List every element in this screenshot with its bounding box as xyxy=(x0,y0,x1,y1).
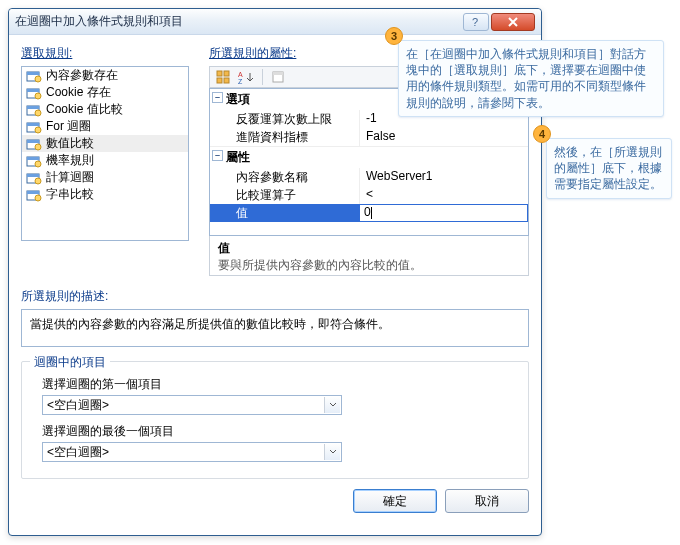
svg-rect-11 xyxy=(27,123,39,126)
svg-rect-32 xyxy=(273,72,283,75)
pg-section-attributes[interactable]: – 屬性 xyxy=(210,146,528,168)
svg-rect-2 xyxy=(27,72,39,75)
rule-icon xyxy=(26,120,42,134)
pg-name: 進階資料指標 xyxy=(210,128,360,146)
ok-button[interactable]: 確定 xyxy=(353,489,437,513)
pg-name: 反覆運算次數上限 xyxy=(210,110,360,128)
close-icon xyxy=(507,17,519,27)
rule-item-label: 字串比較 xyxy=(46,186,94,203)
rule-item-count-loop[interactable]: 計算迴圈 xyxy=(22,169,188,186)
rule-icon xyxy=(26,103,42,117)
first-item-combo[interactable]: <空白迴圈> xyxy=(42,395,342,415)
svg-rect-20 xyxy=(27,174,39,177)
svg-rect-5 xyxy=(27,89,39,92)
dropdown-arrow[interactable] xyxy=(324,444,340,460)
titlebar[interactable]: 在迴圈中加入條件式規則和項目 ? xyxy=(9,9,541,35)
rule-item-string-compare[interactable]: 字串比較 xyxy=(22,186,188,203)
rule-item-label: Cookie 存在 xyxy=(46,84,111,101)
pg-section-label: 屬性 xyxy=(226,150,250,164)
rule-item-cookie-compare[interactable]: Cookie 值比較 xyxy=(22,101,188,118)
prop-desc-title: 值 xyxy=(218,240,520,257)
combo-value: <空白迴圈> xyxy=(47,444,109,461)
svg-text:A: A xyxy=(238,71,243,78)
rule-item-label: For 迴圈 xyxy=(46,118,91,135)
rule-item-label: 計算迴圈 xyxy=(46,169,94,186)
rule-item-content-param-exists[interactable]: 內容參數存在 xyxy=(22,67,188,84)
svg-point-15 xyxy=(35,144,41,150)
first-item-label: 選擇迴圈的第一個項目 xyxy=(42,376,508,393)
categorized-button[interactable] xyxy=(212,68,234,86)
close-button[interactable] xyxy=(491,13,535,31)
callout-text: 然後，在［所選規則的屬性］底下，根據需要指定屬性設定。 xyxy=(554,145,662,191)
collapse-icon[interactable]: – xyxy=(212,150,223,161)
button-label: 確定 xyxy=(383,493,407,510)
rule-item-label: 內容參數存在 xyxy=(46,67,118,84)
pg-value[interactable]: < xyxy=(360,186,528,204)
pg-value-editor[interactable]: 0 xyxy=(360,205,527,221)
caret-icon xyxy=(371,207,372,219)
pg-value[interactable]: False xyxy=(360,128,528,146)
pg-value-text: 0 xyxy=(364,205,371,219)
property-pages-icon xyxy=(271,70,285,84)
svg-rect-25 xyxy=(217,71,222,76)
dropdown-arrow[interactable] xyxy=(324,397,340,413)
combo-value: <空白迴圈> xyxy=(47,397,109,414)
callout-text: 在［在迴圈中加入條件式規則和項目］對話方塊中的［選取規則］底下，選擇要在迴圈中使… xyxy=(406,47,646,110)
rule-icon xyxy=(26,171,42,185)
svg-text:?: ? xyxy=(472,16,478,28)
pg-row-param-name[interactable]: 內容參數名稱 WebServer1 xyxy=(210,168,528,186)
svg-rect-27 xyxy=(217,78,222,83)
rule-item-for-loop[interactable]: For 迴圈 xyxy=(22,118,188,135)
pg-name: 比較運算子 xyxy=(210,186,360,204)
svg-rect-23 xyxy=(27,191,39,194)
svg-text:Z: Z xyxy=(238,78,243,84)
last-item-label: 選擇迴圈的最後一個項目 xyxy=(42,423,508,440)
rule-item-cookie-exists[interactable]: Cookie 存在 xyxy=(22,84,188,101)
toolbar-separator xyxy=(262,69,263,85)
property-pages-button[interactable] xyxy=(267,68,289,86)
rules-list[interactable]: 內容參數存在 Cookie 存在 Cookie 值比較 For 迴圈 xyxy=(21,66,189,241)
pg-section-label: 選項 xyxy=(226,92,250,106)
rule-icon xyxy=(26,188,42,202)
svg-rect-28 xyxy=(224,78,229,83)
rule-desc-box: 當提供的內容參數的內容滿足所提供值的數值比較時，即符合條件。 xyxy=(21,309,529,347)
callout-3: 3 在［在迴圈中加入條件式規則和項目］對話方塊中的［選取規則］底下，選擇要在迴圈… xyxy=(398,40,664,117)
property-description: 值 要與所提供內容參數的內容比較的值。 xyxy=(209,236,529,276)
chevron-down-icon xyxy=(329,449,337,455)
rule-item-probability[interactable]: 機率規則 xyxy=(22,152,188,169)
svg-point-18 xyxy=(35,161,41,167)
svg-rect-8 xyxy=(27,106,39,109)
svg-point-24 xyxy=(35,195,41,201)
pg-value[interactable]: WebServer1 xyxy=(360,168,528,186)
pg-name: 內容參數名稱 xyxy=(210,168,360,186)
callout-4: 4 然後，在［所選規則的屬性］底下，根據需要指定屬性設定。 xyxy=(546,138,672,199)
svg-point-6 xyxy=(35,93,41,99)
pg-name: 值 xyxy=(210,204,360,222)
rule-icon xyxy=(26,154,42,168)
chevron-down-icon xyxy=(329,402,337,408)
pg-row-advanced[interactable]: 進階資料指標 False xyxy=(210,128,528,146)
rule-item-numeric-compare[interactable]: 數值比較 xyxy=(22,135,188,152)
prop-desc-body: 要與所提供內容參數的內容比較的值。 xyxy=(218,257,520,274)
pg-row-operator[interactable]: 比較運算子 < xyxy=(210,186,528,204)
rule-desc-label: 所選規則的描述: xyxy=(21,288,529,305)
svg-rect-14 xyxy=(27,140,39,143)
collapse-icon[interactable]: – xyxy=(212,92,223,103)
rule-item-label: Cookie 值比較 xyxy=(46,101,123,118)
help-icon: ? xyxy=(471,16,481,28)
svg-point-3 xyxy=(35,76,41,82)
alphabetical-icon: AZ xyxy=(238,70,256,84)
help-button[interactable]: ? xyxy=(463,13,489,31)
cancel-button[interactable]: 取消 xyxy=(445,489,529,513)
button-label: 取消 xyxy=(475,493,499,510)
pg-row-value[interactable]: 值 0 xyxy=(210,204,528,222)
svg-point-21 xyxy=(35,178,41,184)
last-item-combo[interactable]: <空白迴圈> xyxy=(42,442,342,462)
select-rule-label: 選取規則: xyxy=(21,45,197,62)
callout-number: 3 xyxy=(385,27,403,45)
rule-icon xyxy=(26,69,42,83)
svg-rect-17 xyxy=(27,157,39,160)
svg-point-9 xyxy=(35,110,41,116)
rule-icon xyxy=(26,86,42,100)
alphabetical-button[interactable]: AZ xyxy=(236,68,258,86)
